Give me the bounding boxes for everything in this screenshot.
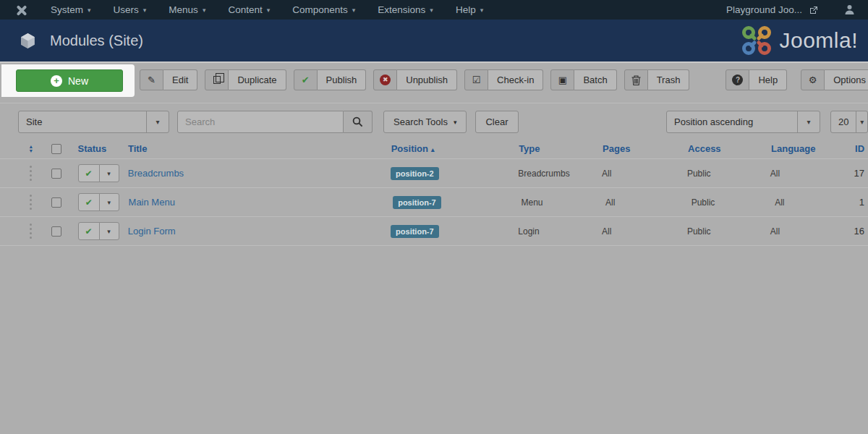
checkin-button[interactable]: ☑ Check-in	[464, 69, 543, 90]
cell-access: Public	[687, 169, 770, 179]
drag-handle-icon[interactable]	[30, 195, 32, 210]
status-publish-toggle[interactable]: ✔	[78, 164, 100, 182]
row-checkbox[interactable]	[51, 197, 61, 208]
client-select[interactable]: Site ▾	[18, 111, 169, 133]
status-dropdown[interactable]: ▾	[99, 222, 119, 240]
header-pages: Pages	[603, 143, 688, 154]
filter-bar: Site ▾ Search Tools ▾ Clear Position asc…	[0, 103, 868, 139]
header-id[interactable]: ID	[855, 143, 868, 154]
cell-language: All	[770, 226, 854, 237]
menu-menus[interactable]: Menus▾	[169, 4, 205, 15]
external-link-icon[interactable]	[809, 6, 818, 14]
admin-menubar: System▾ Users▾ Menus▾ Content▾ Component…	[0, 0, 868, 20]
menu-system[interactable]: System▾	[51, 4, 91, 15]
toolbar: + New ✎ Edit Duplicate ✔ Publish ✖	[0, 63, 868, 103]
table-row: ✔▾ Breadcrumbs position-2 Breadcrumbs Al…	[0, 159, 868, 188]
publish-button[interactable]: ✔ Publish	[294, 69, 367, 90]
chevron-down-icon: ▾	[797, 111, 820, 132]
chevron-down-icon: ▾	[88, 7, 91, 14]
gear-icon: ⚙	[801, 69, 825, 90]
cell-pages: All	[605, 197, 692, 208]
menu-content[interactable]: Content▾	[228, 4, 270, 15]
header-title[interactable]: Title	[128, 143, 391, 154]
search-input[interactable]	[177, 111, 344, 133]
drag-handle-icon[interactable]	[30, 166, 32, 181]
trash-button[interactable]: Trash	[624, 69, 690, 90]
header-position[interactable]: Position▴	[391, 143, 519, 154]
cell-id: 17	[854, 168, 868, 179]
search-tools-button[interactable]: Search Tools ▾	[383, 111, 467, 133]
status-dropdown[interactable]: ▾	[99, 193, 119, 211]
admin-content: + New ✎ Edit Duplicate ✔ Publish ✖	[0, 61, 868, 434]
edit-button[interactable]: ✎ Edit	[140, 69, 197, 90]
chevron-down-icon: ▾	[454, 119, 457, 126]
header-access[interactable]: Access	[688, 143, 771, 154]
duplicate-button[interactable]: Duplicate	[205, 69, 286, 90]
limit-select[interactable]: 20 ▾	[830, 111, 868, 133]
header-type[interactable]: Type	[519, 143, 603, 154]
select-all-checkbox[interactable]	[51, 144, 61, 154]
cell-access: Public	[687, 226, 770, 237]
menu-extensions[interactable]: Extensions▾	[378, 4, 433, 15]
chevron-down-icon: ▾	[480, 7, 484, 14]
header-status[interactable]: Status	[78, 143, 128, 154]
joomla-logo-icon	[740, 25, 773, 56]
joomla-menu-icon	[16, 5, 27, 15]
chevron-down-icon: ▾	[146, 111, 169, 132]
cell-pages: All	[602, 169, 687, 179]
module-title-link[interactable]: Breadcrumbs	[128, 168, 184, 179]
modules-table: ▴▾ Status Title Position▴ Type Pages Acc…	[0, 139, 868, 246]
menu-users[interactable]: Users▾	[114, 4, 147, 15]
unpublish-button[interactable]: ✖ Unpublish	[373, 69, 457, 90]
search-icon	[352, 116, 363, 127]
joomla-logo-text: Joomla!	[779, 28, 858, 53]
chevron-down-icon: ▾	[267, 7, 271, 14]
cell-type: Breadcrumbs	[518, 169, 602, 179]
table-row: ✔▾ Main Menu position-7 Menu All Public …	[0, 188, 868, 217]
page-titlebar: Modules (Site) Joomla!	[0, 20, 868, 61]
menu-components[interactable]: Components▾	[292, 4, 355, 15]
table-header-row: ▴▾ Status Title Position▴ Type Pages Acc…	[0, 139, 868, 159]
pencil-icon: ✎	[140, 69, 163, 90]
site-preview-link[interactable]: Playground Joo...	[726, 4, 802, 15]
table-row: ✔▾ Login Form position-7 Login All Publi…	[0, 217, 868, 246]
search-button[interactable]	[344, 111, 373, 133]
status-publish-toggle[interactable]: ✔	[78, 193, 100, 211]
chevron-down-icon: ▾	[856, 111, 867, 132]
row-checkbox[interactable]	[51, 226, 61, 237]
joomla-admin-screen: System▾ Users▾ Menus▾ Content▾ Component…	[0, 0, 868, 434]
module-title-link[interactable]: Login Form	[128, 226, 176, 237]
clear-button[interactable]: Clear	[475, 111, 518, 133]
chevron-down-icon: ▾	[203, 7, 206, 14]
batch-square-icon: ▣	[550, 69, 574, 90]
position-badge: position-2	[391, 167, 439, 180]
joomla-brand: Joomla!	[740, 25, 858, 56]
sort-asc-icon: ▴	[431, 146, 435, 153]
cell-id: 16	[854, 226, 868, 237]
help-button[interactable]: ? Help	[726, 69, 787, 90]
cell-id: 1	[859, 197, 868, 208]
batch-button[interactable]: ▣ Batch	[550, 69, 616, 90]
page-title: Modules (Site)	[50, 33, 143, 49]
module-title-link[interactable]: Main Menu	[129, 197, 175, 208]
header-language[interactable]: Language	[771, 143, 855, 154]
cell-language: All	[775, 197, 859, 208]
drag-handle-icon[interactable]	[30, 224, 32, 239]
row-checkbox[interactable]	[51, 169, 61, 179]
position-badge: position-7	[393, 196, 441, 209]
chevron-down-icon: ▾	[143, 7, 147, 14]
user-icon[interactable]	[844, 4, 855, 15]
status-dropdown[interactable]: ▾	[99, 164, 119, 182]
chevron-down-icon: ▾	[430, 7, 433, 14]
ordering-sort-icon[interactable]: ▴▾	[30, 145, 33, 153]
plus-circle-icon: +	[51, 75, 62, 87]
menu-help[interactable]: Help▾	[456, 4, 483, 15]
options-button[interactable]: ⚙ Options	[801, 69, 868, 90]
new-button[interactable]: + New	[16, 69, 123, 92]
ordering-select[interactable]: Position ascending ▾	[666, 111, 820, 133]
status-publish-toggle[interactable]: ✔	[78, 222, 100, 240]
trash-icon	[631, 75, 641, 85]
cell-pages: All	[602, 226, 687, 237]
x-circle-icon: ✖	[380, 75, 391, 85]
question-icon: ?	[732, 75, 743, 85]
